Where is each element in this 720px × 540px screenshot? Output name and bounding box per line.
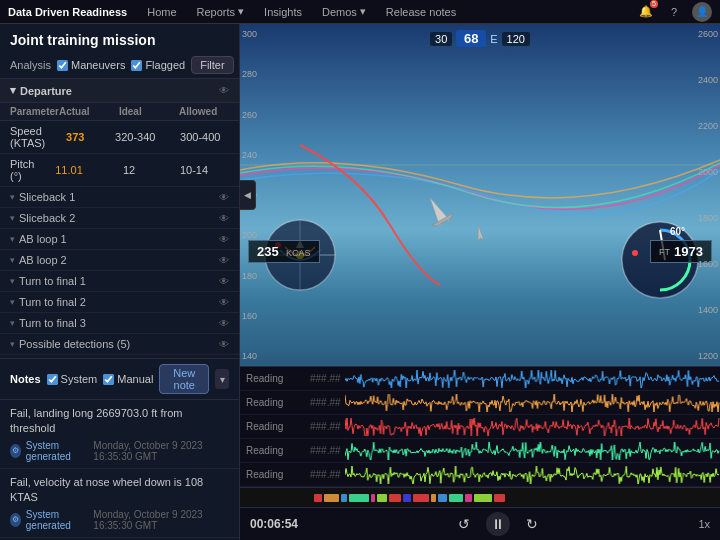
analysis-label: Analysis [10, 59, 51, 71]
subsection-item[interactable]: ▾ Turn to final 3👁 [0, 313, 239, 334]
subsection-item[interactable]: ▾ Turn to final 1👁 [0, 271, 239, 292]
system-checkbox[interactable]: System [47, 373, 98, 385]
timeline-section: Reading ###.## Reading ###.## Reading ##… [240, 366, 720, 540]
timeline-mark[interactable] [324, 494, 339, 502]
reading-row: Reading ###.## [240, 391, 720, 415]
question-icon[interactable]: ? [664, 2, 684, 22]
subsection-item[interactable]: ▾ Sliceback 2👁 [0, 208, 239, 229]
spd-tick: 240 [242, 150, 263, 160]
spd-tick: 180 [242, 271, 263, 281]
subsection-item[interactable]: ▾ Sliceback 1👁 [0, 187, 239, 208]
timeline-mark[interactable] [413, 494, 429, 502]
subsection-item[interactable]: ▾ AB loop 2👁 [0, 250, 239, 271]
forward-button[interactable]: ↻ [520, 512, 544, 536]
timeline-mark[interactable] [341, 494, 347, 502]
timeline-mark[interactable] [349, 494, 369, 502]
reading-hash: ###.## [310, 373, 341, 384]
svg-marker-3 [475, 224, 483, 241]
timeline-mark[interactable] [431, 494, 436, 502]
note-time: Monday, October 9 2023 16:35:30 GMT [93, 509, 229, 531]
timeline-mark[interactable] [449, 494, 463, 502]
subsection-item[interactable]: ▾ Turn to final 2👁 [0, 292, 239, 313]
reading-row: Reading ###.## [240, 439, 720, 463]
chevron-down-icon: ▾ [360, 5, 366, 18]
reading-hash: ###.## [310, 397, 341, 408]
chevron-icon: ▾ [10, 213, 15, 223]
timeline-mark[interactable] [371, 494, 375, 502]
notes-list: Fail, landing long 2669703.0 ft from thr… [0, 400, 239, 540]
right-panel: 60° 30 68 E 120 235 KCAS FT 1973 2600240 [240, 24, 720, 540]
timeline-mark[interactable] [389, 494, 401, 502]
hud-top: 30 68 E 120 [430, 30, 530, 47]
trajectory-overlay: 60° [240, 24, 720, 366]
params-table: Parameter Actual Ideal Allowed Speed (KT… [0, 103, 239, 187]
tab-notes[interactable]: Notes [10, 373, 41, 385]
alt-tick: 2000 [692, 167, 718, 177]
eye-icon[interactable]: 👁 [219, 192, 229, 203]
param-row-pitch: Pitch (°) 11.01 12 10-14 [0, 154, 239, 187]
alt-tick: 2600 [692, 29, 718, 39]
avatar[interactable]: 👤 [692, 2, 712, 22]
manual-checkbox[interactable]: Manual [103, 373, 153, 385]
timeline-mark[interactable] [494, 494, 505, 502]
nav-reports[interactable]: Reports ▾ [193, 5, 249, 18]
timeline-mark[interactable] [474, 494, 492, 502]
time-display: 00:06:54 [250, 517, 298, 531]
nav-release-notes[interactable]: Release notes [382, 6, 460, 18]
new-note-button[interactable]: New note [159, 364, 209, 394]
reading-hash: ###.## [310, 445, 341, 456]
reading-label: Reading [240, 421, 310, 432]
eye-icon[interactable]: 👁 [219, 213, 229, 224]
altitude-scale: 26002400220020001800160014001200 [690, 24, 720, 366]
eye-icon[interactable]: 👁 [219, 339, 229, 350]
filter-button[interactable]: Filter [191, 56, 233, 74]
chevron-icon: ▾ [10, 297, 15, 307]
hud-center-number: 68 [456, 30, 486, 47]
chevron-down-icon: ▾ [10, 84, 16, 97]
alt-tick: 2200 [692, 121, 718, 131]
nav-insights[interactable]: Insights [260, 6, 306, 18]
svg-marker-1 [425, 195, 450, 227]
notes-header: Notes System Manual New note ▾ [0, 359, 239, 400]
params-section: ▾ Departure 👁 Parameter Actual Ideal All… [0, 79, 239, 358]
eye-icon[interactable]: 👁 [219, 318, 229, 329]
reading-chart [345, 466, 720, 484]
timeline-mark[interactable] [314, 494, 322, 502]
timeline-marks [310, 488, 720, 507]
expand-notes-button[interactable]: ▾ [215, 369, 229, 389]
note-text: Fail, velocity at nose wheel down is 108… [10, 475, 229, 506]
flagged-checkbox[interactable]: Flagged [131, 59, 185, 71]
note-time: Monday, October 9 2023 16:35:30 GMT [93, 440, 229, 462]
alt-tick: 1600 [692, 259, 718, 269]
svg-text:60°: 60° [670, 226, 685, 237]
eye-icon[interactable]: 👁 [219, 85, 229, 96]
chevron-icon: ▾ [10, 318, 15, 328]
timeline-bar[interactable] [240, 487, 720, 507]
eye-icon[interactable]: 👁 [219, 276, 229, 287]
timeline-mark[interactable] [377, 494, 387, 502]
timeline-mark[interactable] [465, 494, 472, 502]
spd-tick: 140 [242, 351, 263, 361]
reading-label: Reading [240, 397, 310, 408]
spd-tick: 260 [242, 110, 263, 120]
play-pause-button[interactable]: ⏸ [486, 512, 510, 536]
reading-label: Reading [240, 445, 310, 456]
subsection-item[interactable]: ▾ Possible detections (5)👁 [0, 334, 239, 355]
collapse-panel-button[interactable]: ◀ [240, 180, 256, 210]
timeline-mark[interactable] [403, 494, 411, 502]
eye-icon[interactable]: 👁 [219, 297, 229, 308]
nav-demos[interactable]: Demos ▾ [318, 5, 370, 18]
chevron-icon: ▾ [10, 234, 15, 244]
timeline-mark[interactable] [438, 494, 447, 502]
subsection-item[interactable]: ▾ AB loop 1👁 [0, 229, 239, 250]
rewind-button[interactable]: ↺ [452, 512, 476, 536]
main-layout: Joint training mission Analysis Maneuver… [0, 24, 720, 540]
eye-icon[interactable]: 👁 [219, 255, 229, 266]
readings-area: Reading ###.## Reading ###.## Reading ##… [240, 367, 720, 487]
maneuvers-checkbox[interactable]: Maneuvers [57, 59, 125, 71]
note-item: Fail, velocity at nose wheel down is 108… [0, 469, 239, 538]
nav-home[interactable]: Home [143, 6, 180, 18]
bell-icon[interactable]: 🔔5 [636, 2, 656, 22]
eye-icon[interactable]: 👁 [219, 234, 229, 245]
departure-title: ▾ Departure [10, 84, 72, 97]
